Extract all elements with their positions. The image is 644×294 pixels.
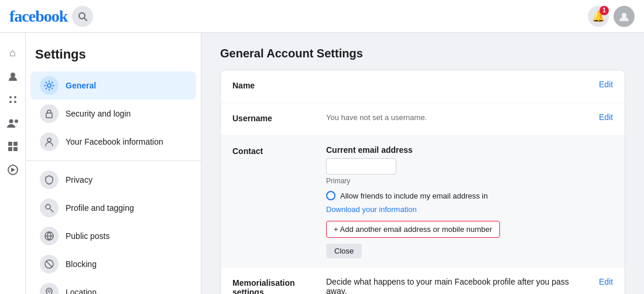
sidebar-item-general[interactable]: General [30, 71, 196, 100]
sidebar-label-location: Location [66, 288, 97, 294]
svg-rect-10 [8, 142, 12, 146]
current-email-label: Current email address [326, 145, 613, 155]
page-title: General Account Settings [220, 47, 625, 60]
sidebar-label-general: General [66, 81, 96, 90]
svg-point-3 [11, 73, 15, 77]
fb-info-icon [40, 132, 59, 151]
memorialisation-edit-button[interactable]: Edit [599, 277, 613, 286]
contact-row: Contact Current email address Primary Al… [221, 136, 625, 268]
sidebar-item-profile-tagging[interactable]: Profile and tagging [30, 194, 196, 222]
svg-point-17 [47, 138, 51, 142]
main-content: General Account Settings Name Edit Usern… [201, 33, 644, 294]
general-icon [40, 76, 59, 95]
blocking-icon [40, 255, 59, 274]
allow-email-checkbox-row: Allow friends to include my email addres… [326, 191, 613, 200]
page-layout: ⌂ Settings General [0, 33, 644, 294]
allow-email-radio[interactable] [326, 191, 335, 200]
topnav: facebook 🔔 1 [0, 0, 644, 33]
username-hint: You have not set a username. [326, 113, 427, 122]
sidebar-label-public-posts: Public posts [66, 231, 109, 241]
memorialisation-text: Decide what happens to your main Faceboo… [326, 277, 569, 294]
sidebar-label-fb-info: Your Facebook information [66, 137, 163, 146]
sidebar-title: Settings [26, 42, 201, 71]
username-label: Username [232, 112, 326, 123]
sidebar-item-location[interactable]: Location [30, 278, 196, 294]
search-button[interactable] [72, 6, 93, 27]
svg-point-9 [15, 119, 18, 123]
add-email-btn-wrapper: + Add another email address or mobile nu… [326, 221, 613, 244]
nav-groups[interactable] [2, 136, 23, 157]
notifications-button[interactable]: 🔔 1 [588, 6, 609, 27]
svg-rect-13 [13, 147, 18, 151]
svg-point-2 [622, 13, 626, 18]
svg-point-7 [14, 101, 16, 103]
download-info-link[interactable]: Download your information [326, 205, 613, 214]
name-edit-button[interactable]: Edit [599, 80, 613, 89]
public-posts-icon [40, 227, 59, 245]
memorialisation-row: Memorialisation settings Decide what hap… [221, 268, 625, 294]
svg-point-15 [47, 84, 51, 87]
nav-home[interactable]: ⌂ [2, 42, 23, 63]
primary-label: Primary [326, 177, 613, 185]
sidebar-item-blocking[interactable]: Blocking [30, 250, 196, 278]
sidebar-item-security[interactable]: Security and login [30, 100, 196, 128]
icon-nav: ⌂ [0, 33, 26, 294]
sidebar-item-public-posts[interactable]: Public posts [30, 222, 196, 250]
username-edit-button[interactable]: Edit [599, 112, 613, 122]
sidebar-divider-1 [26, 160, 201, 161]
account-avatar-button[interactable] [614, 6, 635, 27]
memorialisation-content: Decide what happens to your main Faceboo… [326, 277, 590, 294]
nav-menu[interactable] [2, 89, 23, 110]
svg-point-5 [14, 96, 16, 98]
svg-point-8 [9, 119, 13, 124]
sidebar-label-blocking: Blocking [66, 259, 97, 269]
username-row: Username You have not set a username. Ed… [221, 103, 625, 136]
username-content: You have not set a username. [326, 112, 590, 122]
svg-line-21 [46, 261, 52, 267]
svg-point-4 [9, 96, 12, 98]
email-input[interactable] [326, 158, 396, 175]
name-label: Name [232, 80, 326, 90]
settings-sidebar: Settings General Security and login [26, 33, 201, 294]
svg-line-1 [84, 18, 87, 20]
notification-badge: 1 [600, 6, 609, 15]
svg-point-22 [48, 290, 50, 292]
profile-tagging-icon [40, 199, 59, 217]
svg-point-18 [46, 204, 50, 209]
allow-email-text: Allow friends to include my email addres… [340, 192, 488, 200]
contact-label: Contact [232, 145, 326, 156]
close-button[interactable]: Close [326, 244, 362, 258]
svg-rect-12 [8, 147, 12, 151]
sidebar-label-profile-tagging: Profile and tagging [66, 203, 134, 213]
memorialisation-label: Memorialisation settings [232, 277, 326, 294]
contact-content: Current email address Primary Allow frie… [326, 145, 613, 258]
location-icon [40, 283, 59, 294]
name-card: Name Edit Username You have not set a us… [220, 70, 625, 294]
sidebar-label-security: Security and login [66, 109, 131, 118]
svg-point-6 [9, 101, 12, 103]
nav-profile[interactable] [2, 66, 23, 87]
svg-rect-11 [13, 142, 18, 146]
nav-friends[interactable] [2, 112, 23, 134]
add-email-button[interactable]: + Add another email address or mobile nu… [326, 221, 500, 238]
nav-watch[interactable] [2, 159, 23, 180]
sidebar-item-privacy[interactable]: Privacy [30, 166, 196, 194]
topnav-right: 🔔 1 [588, 6, 635, 27]
name-row: Name Edit [221, 70, 625, 103]
sidebar-item-fb-info[interactable]: Your Facebook information [30, 128, 196, 156]
svg-rect-16 [46, 113, 52, 118]
privacy-icon [40, 170, 59, 189]
security-icon [40, 104, 59, 123]
sidebar-label-privacy: Privacy [66, 175, 93, 184]
facebook-logo: facebook [9, 7, 67, 26]
topnav-left: facebook [9, 6, 93, 27]
